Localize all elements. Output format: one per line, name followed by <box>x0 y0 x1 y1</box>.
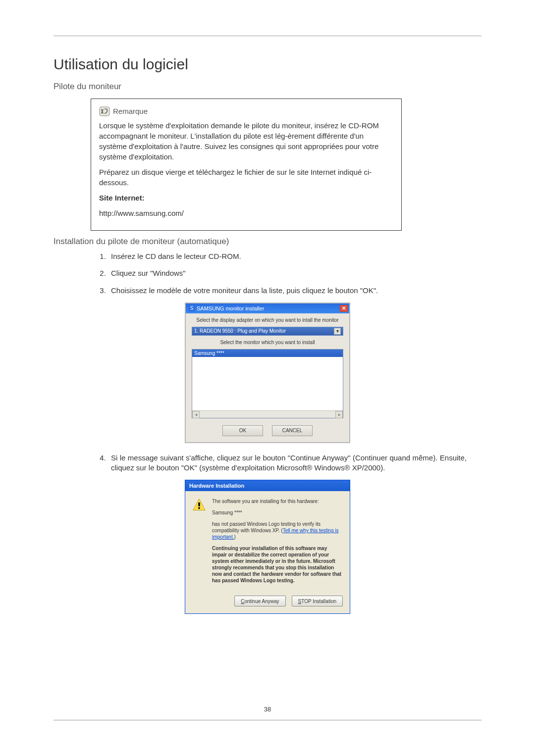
figure-installer: S SAMSUNG monitor installer ✕ Select the… <box>54 302 482 443</box>
page-title: Utilisation du logiciel <box>54 56 482 73</box>
steps-list: Insérez le CD dans le lecteur CD-ROM. Cl… <box>108 252 467 296</box>
note-box: Remarque Lorsque le système d'exploitati… <box>91 99 402 231</box>
figure-hardware-install: Hardware Installation The software you a… <box>54 480 482 614</box>
note-paragraph-1: Lorsque le système d'exploitation demand… <box>99 120 393 162</box>
scroll-left-icon[interactable]: ◂ <box>192 411 200 418</box>
page-content: Utilisation du logiciel Pilote du monite… <box>54 36 482 720</box>
installer-app-icon: S <box>189 305 195 311</box>
monitor-listbox[interactable]: Samsung **** ◂ ▸ <box>192 349 343 418</box>
installer-title: SAMSUNG monitor installer <box>197 305 340 311</box>
warning-icon <box>192 498 206 512</box>
installer-body: Select the display adapter on which you … <box>186 313 349 442</box>
installer-label-adapter: Select the display adapter on which you … <box>192 317 343 323</box>
installer-label-monitor: Select the monitor which you want to ins… <box>192 340 343 345</box>
scroll-right-icon[interactable]: ▸ <box>335 411 343 418</box>
svg-rect-0 <box>100 106 109 115</box>
step-1: Insérez le CD dans le lecteur CD-ROM. <box>108 252 467 261</box>
cancel-button[interactable]: CANCEL <box>272 425 313 436</box>
note-url: http://www.samsung.com/ <box>99 208 393 218</box>
monitor-list-selected[interactable]: Samsung **** <box>192 350 343 357</box>
scroll-track[interactable] <box>200 411 335 418</box>
hwinstall-title: Hardware Installation <box>189 483 244 489</box>
note-site-label: Site Internet: <box>99 193 393 203</box>
step-2: Cliquez sur "Windows" <box>108 268 467 278</box>
hwinstall-p3: has not passed Windows Logo testing to v… <box>212 521 343 540</box>
chevron-down-icon[interactable]: ▾ <box>334 328 341 335</box>
adapter-dropdown[interactable]: 1. RADEON 9550 : Plug and Play Monitor ▾ <box>192 327 343 336</box>
close-icon[interactable]: ✕ <box>340 305 348 312</box>
note-title: Remarque <box>113 106 148 116</box>
page-number: 38 <box>54 706 482 713</box>
horizontal-scrollbar[interactable]: ◂ ▸ <box>192 410 343 418</box>
installer-dialog: S SAMSUNG monitor installer ✕ Select the… <box>185 302 350 443</box>
hwinstall-p1: The software you are installing for this… <box>212 498 343 504</box>
note-title-row: Remarque <box>99 106 393 116</box>
adapter-dropdown-value: 1. RADEON 9550 : Plug and Play Monitor <box>194 328 334 334</box>
hwinstall-text: The software you are installing for this… <box>212 498 343 589</box>
section-heading-driver: Pilote du moniteur <box>54 82 482 92</box>
ok-button[interactable]: OK <box>222 425 263 436</box>
hwinstall-p4: Continuing your installation of this sof… <box>212 545 343 584</box>
step-4: Si le message suivant s'affiche, cliquez… <box>108 453 467 473</box>
hwinstall-p2: Samsung **** <box>212 509 343 516</box>
hwinstall-button-row: Continue Anyway STOP Installation <box>185 596 350 613</box>
stop-installation-button[interactable]: STOP Installation <box>292 596 343 606</box>
note-icon <box>99 106 110 116</box>
note-paragraph-2: Préparez un disque vierge et téléchargez… <box>99 167 393 188</box>
hwinstall-titlebar: Hardware Installation <box>185 480 350 491</box>
installer-button-row: OK CANCEL <box>192 425 343 436</box>
installer-titlebar: S SAMSUNG monitor installer ✕ <box>186 303 349 313</box>
section-heading-install: Installation du pilote de moniteur (auto… <box>54 237 482 247</box>
hwinstall-body: The software you are installing for this… <box>185 491 350 596</box>
svg-point-2 <box>198 507 200 509</box>
step-3: Choisissez le modèle de votre moniteur d… <box>108 286 467 296</box>
svg-rect-1 <box>198 503 200 506</box>
steps-list-cont: Si le message suivant s'affiche, cliquez… <box>108 453 467 473</box>
hardware-install-dialog: Hardware Installation The software you a… <box>185 480 350 614</box>
continue-anyway-button[interactable]: Continue Anyway <box>234 596 285 606</box>
